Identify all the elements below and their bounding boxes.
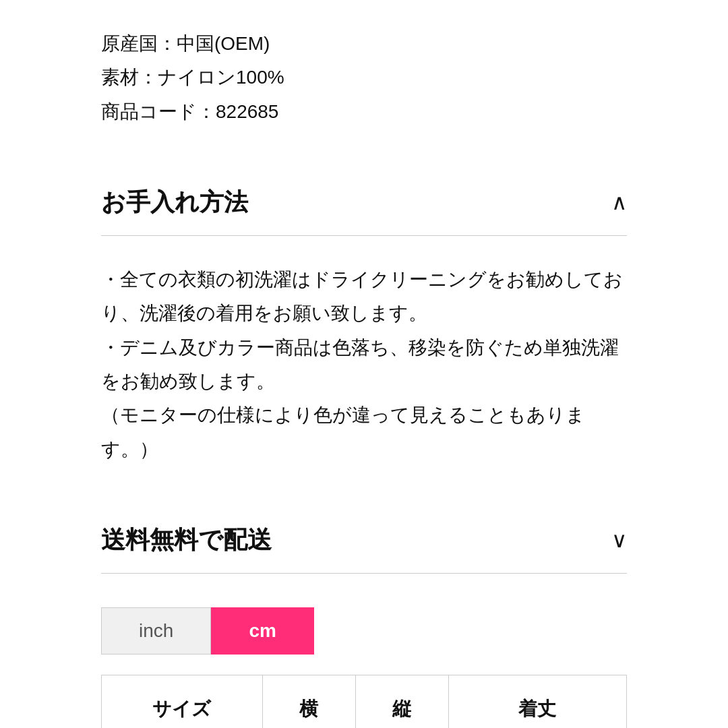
care-line2: ・デニム及びカラー商品は色落ち、移染を防ぐため単独洗濯をお勧め致します。 xyxy=(101,331,627,399)
care-section-title: お手入れ方法 xyxy=(101,183,248,222)
product-info: 原産国：中国(OEM) 素材：ナイロン100% 商品コード：822685 xyxy=(101,27,627,129)
cm-button[interactable]: cm xyxy=(211,607,313,655)
shipping-chevron-down-icon: ∨ xyxy=(611,529,627,551)
size-table: サイズ 横 縦 着丈 FREE 47 45 54(+15) 断面のサイズを測定し… xyxy=(101,675,627,728)
col-body-length: 着丈 xyxy=(448,675,626,728)
origin-label: 原産国：中国(OEM) xyxy=(101,27,627,61)
col-size: サイズ xyxy=(102,675,263,728)
care-chevron-up-icon: ∧ xyxy=(611,191,627,213)
col-width: 横 xyxy=(262,675,355,728)
inch-button[interactable]: inch xyxy=(101,607,211,655)
code-label: 商品コード：822685 xyxy=(101,95,627,129)
unit-toggle: inch cm xyxy=(101,607,627,655)
care-section-header[interactable]: お手入れ方法 ∧ xyxy=(101,169,627,235)
care-line1: ・全ての衣類の初洗濯はドライクリーニングをお勧めしており、洗濯後の着用をお願い致… xyxy=(101,263,627,331)
care-content: ・全ての衣類の初洗濯はドライクリーニングをお勧めしており、洗濯後の着用をお願い致… xyxy=(101,236,627,493)
care-line3: （モニターの仕様により色が違って見えることもあります。） xyxy=(101,398,627,466)
col-length: 縦 xyxy=(355,675,448,728)
shipping-divider xyxy=(101,573,627,574)
care-section: お手入れ方法 ∧ ・全ての衣類の初洗濯はドライクリーニングをお勧めしており、洗濯… xyxy=(101,169,627,493)
shipping-section-header[interactable]: 送料無料で配送 ∨ xyxy=(101,507,627,573)
shipping-section-title: 送料無料で配送 xyxy=(101,520,272,559)
material-label: 素材：ナイロン100% xyxy=(101,61,627,94)
shipping-section: 送料無料で配送 ∨ xyxy=(101,507,627,574)
table-header-row: サイズ 横 縦 着丈 xyxy=(102,675,627,728)
